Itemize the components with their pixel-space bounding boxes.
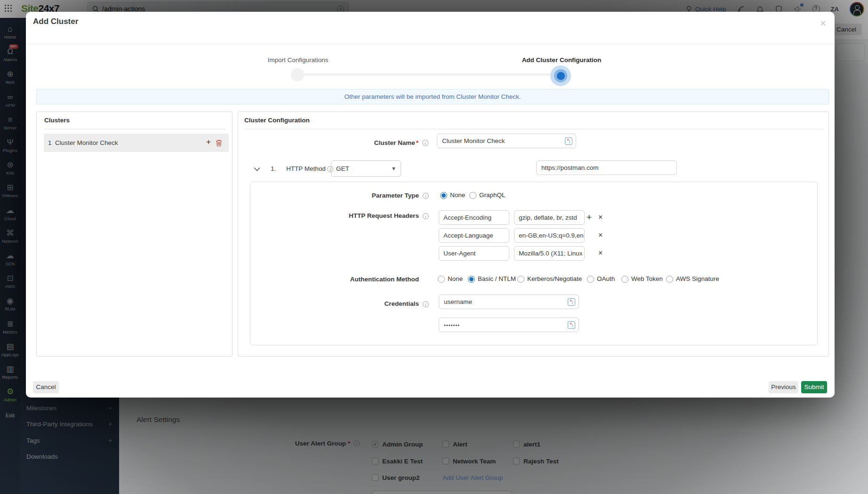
divider <box>244 129 823 129</box>
radio-label[interactable]: AWS Signature <box>676 275 719 282</box>
clusters-panel-title: Clusters <box>44 117 70 124</box>
cancel-button[interactable]: Cancel <box>33 381 59 393</box>
radio-aws-signature[interactable] <box>666 276 673 283</box>
radio-label[interactable]: None <box>448 275 463 282</box>
remove-header-icon[interactable]: × <box>598 249 603 257</box>
add-cluster-modal: Add Cluster × Import Configurations Add … <box>26 12 835 398</box>
info-icon[interactable]: i <box>423 213 429 219</box>
cluster-name-input[interactable]: Cluster Monitor Check *) <box>437 134 576 148</box>
http-method-label: HTTP Method <box>286 165 326 172</box>
radio-label[interactable]: Basic / NTLM <box>478 275 516 282</box>
url-input[interactable]: https://postman.com <box>536 160 677 175</box>
authentication-method-label: Authentication Method <box>250 276 419 283</box>
info-icon[interactable]: i <box>422 140 428 146</box>
radio-basic-ntlm[interactable] <box>468 276 475 283</box>
remove-header-icon[interactable]: × <box>598 231 603 239</box>
variable-icon[interactable]: *) <box>568 321 575 329</box>
radio-label[interactable]: Kerberos/Negotiate <box>527 275 582 282</box>
remove-header-icon[interactable]: × <box>598 214 603 221</box>
step-add-cluster-configuration-label: Add Cluster Configuration <box>514 56 609 64</box>
modal-title: Add Cluster <box>33 17 78 26</box>
parameter-type-label: Parameter Type <box>250 192 419 199</box>
radio-graphql[interactable] <box>469 192 476 199</box>
close-icon[interactable]: × <box>820 18 826 29</box>
previous-button[interactable]: Previous <box>769 381 798 393</box>
header-value-input[interactable]: Mozilla/5.0 (X11; Linux x86_64) AppleWeb… <box>514 246 585 261</box>
clusters-panel: Clusters 1 Cluster Monitor Check + <box>36 112 233 357</box>
cluster-list-item[interactable]: 1 Cluster Monitor Check + <box>44 134 229 152</box>
credentials-label: Credentials <box>250 300 419 307</box>
divider <box>44 129 225 129</box>
add-header-icon[interactable]: + <box>587 213 592 222</box>
delete-cluster-icon[interactable] <box>216 139 222 146</box>
cluster-name-label: Cluster Name* <box>238 139 418 146</box>
variable-icon[interactable]: *) <box>568 298 575 306</box>
username-input[interactable]: username *) <box>439 295 579 309</box>
divider <box>26 44 835 44</box>
step-import-configurations-dot[interactable] <box>291 68 304 81</box>
variable-icon[interactable]: *) <box>565 137 572 145</box>
header-key-input[interactable]: Accept-Encoding <box>439 210 509 225</box>
radio-label[interactable]: Web Token <box>631 275 663 282</box>
info-icon[interactable]: i <box>423 301 429 307</box>
radio-web-token[interactable] <box>621 276 628 283</box>
http-request-headers-label: HTTP Request Headers <box>250 212 419 219</box>
screen: Cancel Alert Settings User Alert Group *… <box>0 0 868 494</box>
radio-kerberos-negotiate[interactable] <box>517 276 524 283</box>
cluster-configuration-title: Cluster Configuration <box>244 117 310 124</box>
request-settings-group: Parameter Type i NoneGraphQL HTTP Reques… <box>250 182 818 345</box>
radio-label[interactable]: OAuth <box>597 275 615 282</box>
add-cluster-icon[interactable]: + <box>206 137 211 147</box>
info-icon[interactable]: i <box>423 193 429 199</box>
radio-oauth[interactable] <box>587 276 594 283</box>
step-add-cluster-configuration-dot[interactable] <box>550 65 571 86</box>
collapse-chevron-icon[interactable] <box>254 167 260 171</box>
header-key-input[interactable]: User-Agent <box>439 246 509 261</box>
radio-none[interactable] <box>440 192 447 199</box>
submit-button[interactable]: Submit <box>801 381 827 393</box>
http-method-select[interactable]: GET▼ <box>331 160 401 177</box>
chevron-down-icon: ▼ <box>391 166 396 171</box>
radio-none[interactable] <box>438 276 445 283</box>
header-key-input[interactable]: Accept-Language <box>439 228 509 243</box>
radio-label[interactable]: None <box>450 191 465 199</box>
info-banner: Other parameters will be imported from C… <box>36 89 829 104</box>
header-value-input[interactable]: gzip, deflate, br, zstd <box>514 210 585 225</box>
cluster-configuration-panel: Cluster Configuration Cluster Name* i Cl… <box>238 112 829 357</box>
header-value-input[interactable]: en-GB,en-US;q=0.9,en;q=0.8 <box>514 228 585 243</box>
step-number: 1. <box>271 165 276 172</box>
step-import-configurations-label: Import Configurations <box>265 56 331 64</box>
radio-label[interactable]: GraphQL <box>479 191 506 199</box>
password-input[interactable]: ••••••• *) <box>439 318 579 332</box>
stepper-connector <box>304 73 551 76</box>
